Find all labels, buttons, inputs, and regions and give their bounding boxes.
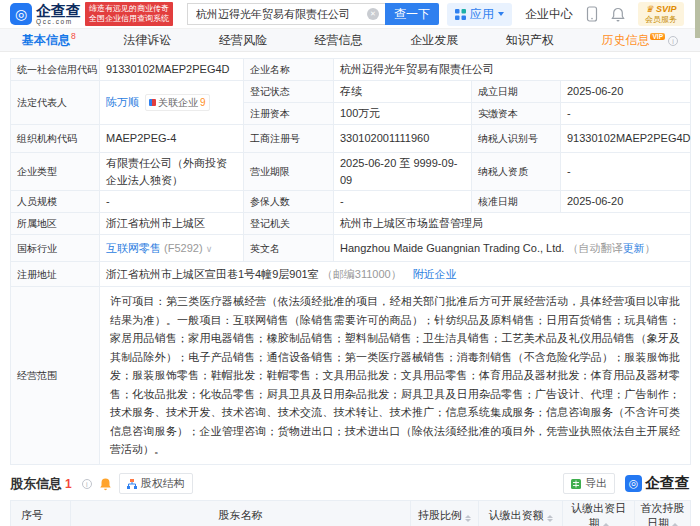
slogan-badge: 缔造有远见的商业传奇 全国企业信用查询系统 [85,2,173,27]
english-name-label: 英文名 [244,235,334,262]
establish-date-value: 2025-06-20 [561,81,691,103]
tab-intellectual-property[interactable]: 知识产权 [506,32,554,49]
company-type-label: 企业类型 [11,153,100,191]
industry-link[interactable]: 互联网零售 [106,242,161,254]
org-code-value: MAEP2PEG-4 [100,125,244,153]
excel-export-icon [571,479,581,489]
approval-date-value: 2025-06-20 [561,191,691,213]
col-sub-date[interactable]: 认缴出资日期 [563,500,635,526]
usci-value: 91330102MAEP2PEG4D [100,59,244,81]
apps-menu[interactable]: 应用 [447,3,512,26]
sort-icon[interactable] [603,523,609,526]
industry-label: 国标行业 [11,235,100,262]
grid-icon [455,9,466,20]
reg-capital-label: 注册资本 [244,103,334,125]
top-header: ◎ 企查查 Qcc.com 缔造有远见的商业传奇 全国企业信用查询系统 ✕ 查一… [0,0,700,28]
search-button[interactable]: 查一下 [385,3,439,25]
related-companies-badge[interactable]: 关联企业9 [145,94,210,111]
org-code-label: 组织机构代码 [11,125,100,153]
org-chart-icon [127,479,137,489]
chevron-down-icon [498,12,504,16]
slogan-line1: 缔造有远见的商业传奇 [89,4,169,14]
english-name-value: Hangzhou Maide Guangnian Trading Co., Lt… [334,235,691,262]
tab-legal-litigation[interactable]: 法律诉讼 [123,32,171,49]
biz-reg-no-label: 工商注册号 [244,125,334,153]
col-ratio[interactable]: 持股比例 [411,500,479,526]
crown-icon: ♛ [645,4,653,14]
paid-capital-value: - [561,103,691,125]
industry-value: 互联网零售 (F5292) ∨ [100,235,244,262]
auto-translate-note: （自动翻译 [568,242,623,254]
biz-term-value: 2025-06-20 至 9999-09-09 [334,153,472,191]
company-name-label: 企业名称 [244,59,334,81]
logo-subtext: Qcc.com [36,18,81,25]
svip-badge[interactable]: ♛ SVIP 会员服务 [638,2,684,26]
reg-authority-label: 登记机关 [244,213,334,235]
tab-count-badge: 8 [71,31,76,41]
col-seq: 序号 [11,500,71,526]
equity-structure-button[interactable]: 股权结构 [119,473,193,494]
clear-search-icon[interactable]: ✕ [367,8,379,20]
related-companies-count: 9 [200,95,206,110]
reg-address-label: 注册地址 [11,262,100,287]
tab-history-info[interactable]: 历史信息VIPi [601,32,677,49]
taxpayer-qual-label: 纳税人资质 [472,153,561,191]
legal-rep-link[interactable]: 陈万顺 [106,96,139,108]
header-nav: 应用 企业中心 ♛ SVIP 会员服务 [447,2,700,26]
usci-label: 统一社会信用代码 [11,59,100,81]
update-translation-link[interactable]: 更新 [623,242,645,254]
company-type-value: 有限责任公司（外商投资企业法人独资） [100,153,244,191]
staff-size-label: 人员规模 [11,191,100,213]
shareholders-table: 序号 股东名称 持股比例 认缴出资额 认缴出资日期 首次持股日期 - 迈得顺 浙… [10,500,691,526]
logo-text: 企查查 [36,3,81,19]
svip-label: SVIP [656,4,677,14]
related-companies-icon [149,99,156,106]
search-input[interactable] [187,3,385,25]
qcc-watermark-logo: ◎ 企查查 [625,474,690,493]
tab-company-development[interactable]: 企业发展 [410,32,458,49]
vip-tag: VIP [650,33,664,40]
enterprise-center-link[interactable]: 企业中心 [525,6,573,23]
qcc-logo-icon: ◎ [10,3,32,25]
qcc-company-detail-page: ◎ 企查查 Qcc.com 缔造有远见的商业传奇 全国企业信用查询系统 ✕ 查一… [0,0,700,526]
tab-bar: 基本信息8 法律诉讼 经营风险 经营信息 企业发展 知识产权 历史信息VIPi [0,28,700,52]
apps-label: 应用 [470,6,494,23]
svip-sublabel: 会员服务 [645,15,677,24]
reg-status-label: 登记状态 [244,81,334,103]
staff-size-value: - [100,191,244,213]
nearby-companies-link[interactable]: 附近企业 [413,268,457,280]
tab-operation-info[interactable]: 经营信息 [315,32,363,49]
taxpayer-qual-value: - [561,153,691,191]
export-button[interactable]: 导出 [563,473,615,494]
tab-basic-info[interactable]: 基本信息8 [22,31,76,49]
shareholders-header: 股东信息 1 i 股权结构 [10,472,690,496]
legal-rep-label: 法定代表人 [11,81,100,125]
side-widget-sliver [695,0,700,38]
insured-count-value: - [334,191,472,213]
qcc-logo[interactable]: ◎ 企查查 Qcc.com [10,3,81,26]
reg-capital-value: 100万元 [334,103,472,125]
insured-count-label: 参保人数 [244,191,334,213]
monitor-bell-icon[interactable] [99,477,112,491]
industry-expand-icon[interactable]: ∨ [206,244,213,254]
region-value: 浙江省杭州市上城区 [100,213,244,235]
search-bar: ✕ 查一下 [187,3,439,25]
shareholders-count: 1 [65,477,72,491]
shareholders-title: 股东信息 [10,475,62,493]
qcc-watermark-icon: ◎ [625,475,642,492]
sort-icon[interactable] [547,515,553,522]
col-first-date[interactable]: 首次持股日期 [635,500,691,526]
sort-icon[interactable] [465,515,471,522]
notification-bell-icon[interactable] [611,7,625,22]
biz-scope-value: 许可项目：第三类医疗器械经营（依法须经批准的项目，经相关部门批准后方可开展经营活… [100,287,691,465]
taxpayer-id-label: 纳税人识别号 [472,125,561,153]
mobile-app-icon[interactable] [586,6,598,22]
col-amount[interactable]: 认缴出资额 [479,500,563,526]
industry-code: (F5292) [164,242,203,254]
taxpayer-id-value: 91330102MAEP2PEG4D [561,125,691,153]
sort-icon[interactable] [672,523,678,526]
legal-rep-value: 陈万顺关联企业9 [100,81,244,125]
reg-authority-value: 杭州市上城区市场监督管理局 [334,213,691,235]
tab-operation-risk[interactable]: 经营风险 [219,32,267,49]
biz-reg-no-value: 330102001111960 [334,125,472,153]
